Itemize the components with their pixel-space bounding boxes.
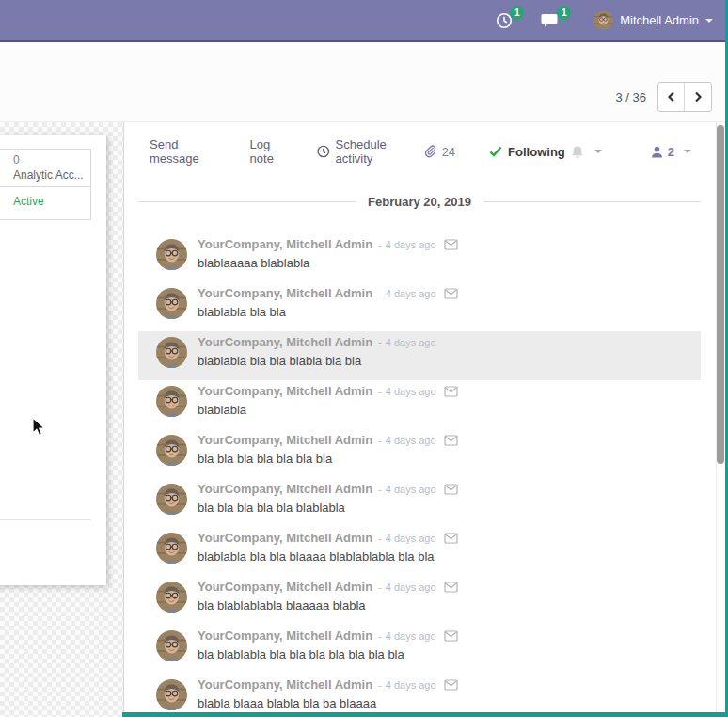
- message-row[interactable]: YourCompany, Mitchell Admin - 4 days ago…: [138, 233, 701, 282]
- envelope-icon[interactable]: [444, 679, 458, 691]
- author-name[interactable]: YourCompany, Mitchell Admin: [198, 286, 372, 300]
- timestamp-separator: -: [378, 630, 382, 642]
- user-menu-button[interactable]: Mitchell Admin: [593, 10, 713, 30]
- envelope-icon[interactable]: [444, 484, 458, 495]
- timestamp-separator: -: [378, 533, 382, 544]
- author-name[interactable]: YourCompany, Mitchell Admin: [198, 677, 372, 692]
- message-row[interactable]: YourCompany, Mitchell Admin - 4 days ago…: [138, 576, 701, 625]
- timestamp-separator: -: [378, 386, 382, 397]
- status-badge[interactable]: Active: [0, 187, 90, 208]
- message-timestamp: 4 days ago: [386, 533, 436, 544]
- message-body: blablaaaaa blablabla: [198, 254, 458, 272]
- timestamp-separator: -: [378, 484, 382, 495]
- avatar: [156, 288, 187, 319]
- message-row[interactable]: YourCompany, Mitchell Admin - 4 days ago…: [138, 282, 701, 331]
- chevron-down-icon[interactable]: [594, 150, 602, 153]
- message-timestamp: 4 days ago: [386, 679, 436, 691]
- chatter-panel: Send message Log note Schedule activity: [123, 122, 716, 717]
- messages-badge: 1: [557, 6, 571, 20]
- chevron-down-icon[interactable]: [684, 150, 691, 153]
- message-timestamp: 4 days ago: [386, 386, 436, 397]
- pager: 3 / 36: [615, 82, 712, 112]
- chatter-toolbar: Send message Log note Schedule activity: [150, 136, 691, 167]
- author-name[interactable]: YourCompany, Mitchell Admin: [198, 335, 372, 349]
- bell-icon[interactable]: [571, 145, 584, 159]
- timestamp-separator: -: [378, 679, 382, 691]
- author-name[interactable]: YourCompany, Mitchell Admin: [198, 384, 372, 398]
- message-header: YourCompany, Mitchell Admin - 4 days ago: [198, 334, 436, 350]
- scrollbar-thumb[interactable]: [717, 125, 724, 464]
- follower-count: 2: [668, 145, 674, 159]
- envelope-icon[interactable]: [444, 582, 458, 593]
- avatar-image: [156, 679, 187, 710]
- check-icon: [489, 146, 502, 157]
- avatar: [156, 435, 187, 466]
- message-content: YourCompany, Mitchell Admin - 4 days ago…: [198, 429, 458, 468]
- avatar-image: [156, 533, 187, 564]
- message-timestamp: 4 days ago: [386, 582, 436, 593]
- message-header: YourCompany, Mitchell Admin - 4 days ago: [198, 432, 458, 448]
- avatar: [593, 10, 613, 30]
- chevron-left-icon: [667, 91, 676, 103]
- control-panel: 3 / 36: [0, 42, 728, 122]
- envelope-icon[interactable]: [444, 239, 458, 250]
- author-name[interactable]: YourCompany, Mitchell Admin: [198, 580, 372, 594]
- following-label: Following: [508, 145, 565, 159]
- message-header: YourCompany, Mitchell Admin - 4 days ago: [198, 285, 458, 301]
- odoo-app-window: 1 1 Mitchell Admin 3 /: [0, 0, 728, 717]
- envelope-icon[interactable]: [444, 630, 458, 642]
- avatar-image: [156, 239, 187, 270]
- chatter-actions: Send message Log note Schedule activity: [150, 137, 425, 166]
- message-row[interactable]: YourCompany, Mitchell Admin - 4 days ago…: [138, 625, 701, 674]
- pager-next-button[interactable]: [685, 83, 711, 111]
- author-name[interactable]: YourCompany, Mitchell Admin: [198, 237, 372, 251]
- message-header: YourCompany, Mitchell Admin - 4 days ago: [198, 677, 458, 693]
- message-content: YourCompany, Mitchell Admin - 4 days ago…: [198, 527, 458, 566]
- following-button[interactable]: Following: [489, 145, 602, 159]
- author-name[interactable]: YourCompany, Mitchell Admin: [198, 629, 372, 643]
- avatar-image: [593, 10, 613, 30]
- message-row[interactable]: YourCompany, Mitchell Admin - 4 days ago…: [138, 527, 701, 576]
- message-row[interactable]: YourCompany, Mitchell Admin - 4 days ago…: [138, 674, 701, 717]
- timestamp-separator: -: [378, 337, 382, 348]
- followers-button[interactable]: 2: [651, 145, 691, 159]
- message-row[interactable]: YourCompany, Mitchell Admin - 4 days ago…: [138, 380, 701, 429]
- avatar: [156, 582, 187, 613]
- stat-value: 0: [13, 153, 90, 167]
- message-content: YourCompany, Mitchell Admin - 4 days ago…: [198, 331, 436, 370]
- envelope-icon[interactable]: [444, 386, 458, 397]
- message-body: blablabla bla bla blaaaa blablablabla bl…: [198, 548, 458, 566]
- form-divider: [0, 519, 91, 520]
- author-name[interactable]: YourCompany, Mitchell Admin: [198, 433, 372, 447]
- chevron-right-icon: [693, 91, 703, 103]
- message-header: YourCompany, Mitchell Admin - 4 days ago: [198, 481, 458, 497]
- author-name[interactable]: YourCompany, Mitchell Admin: [198, 482, 372, 496]
- message-body: blablabla: [198, 401, 458, 419]
- envelope-icon[interactable]: [444, 288, 458, 299]
- envelope-icon[interactable]: [444, 435, 458, 446]
- schedule-activity-button[interactable]: Schedule activity: [317, 137, 425, 166]
- message-row[interactable]: YourCompany, Mitchell Admin - 4 days ago…: [138, 478, 701, 527]
- activity-menu-button[interactable]: 1: [496, 12, 513, 29]
- attachments-button[interactable]: 24: [425, 145, 455, 159]
- date-separator-label: February 20, 2019: [368, 195, 471, 209]
- message-timestamp: 4 days ago: [386, 435, 436, 446]
- message-header: YourCompany, Mitchell Admin - 4 days ago: [198, 236, 458, 252]
- envelope-icon[interactable]: [444, 533, 458, 544]
- paperclip-icon: [425, 145, 437, 159]
- message-row[interactable]: YourCompany, Mitchell Admin - 4 days ago…: [138, 429, 701, 478]
- author-name[interactable]: YourCompany, Mitchell Admin: [198, 531, 372, 545]
- avatar: [156, 533, 187, 564]
- message-body: bla blablabla bla bla bla bla bla bla bl…: [198, 645, 458, 663]
- send-message-button[interactable]: Send message: [150, 137, 229, 166]
- message-content: YourCompany, Mitchell Admin - 4 days ago…: [198, 282, 458, 321]
- avatar: [156, 679, 187, 710]
- pager-value: 3 / 36: [615, 90, 646, 104]
- message-row[interactable]: YourCompany, Mitchell Admin - 4 days ago…: [138, 331, 701, 380]
- message-content: YourCompany, Mitchell Admin - 4 days ago…: [198, 674, 458, 712]
- log-note-button[interactable]: Log note: [250, 137, 296, 166]
- avatar-image: [156, 484, 187, 515]
- pager-previous-button[interactable]: [658, 83, 685, 111]
- stat-button-analytic-accounts[interactable]: 0 Analytic Acc... Active: [0, 149, 91, 220]
- messages-menu-button[interactable]: 1: [541, 12, 560, 28]
